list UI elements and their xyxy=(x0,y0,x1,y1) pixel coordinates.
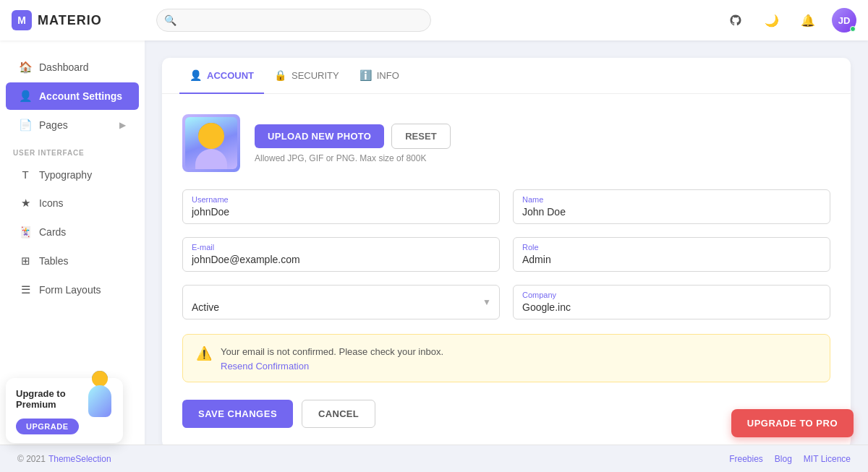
avatar-section: UPLOAD NEW PHOTO RESET Allowed JPG, GIF … xyxy=(182,114,830,172)
sidebar-item-label: Pages xyxy=(39,119,68,131)
sidebar-item-dashboard[interactable]: 🏠 Dashboard xyxy=(6,53,139,81)
freebies-link[interactable]: Freebies xyxy=(729,454,763,464)
warning-banner: ⚠️ Your email is not confirmed. Please c… xyxy=(182,334,830,382)
sidebar-item-account-settings[interactable]: 👤 Account Settings xyxy=(6,82,139,110)
account-settings-card: 👤 ACCOUNT 🔒 SECURITY ℹ️ INFO xyxy=(162,58,851,448)
upgrade-to-pro-button[interactable]: UPGRADE TO PRO xyxy=(731,409,854,437)
theme-selection-link[interactable]: ThemeSelection xyxy=(48,454,111,464)
sidebar-item-cards[interactable]: 🃏 Cards xyxy=(6,218,139,246)
sidebar-item-label: Typography xyxy=(39,169,92,181)
profile-avatar xyxy=(182,114,240,172)
brand-logo: M MATERIO xyxy=(12,10,156,30)
sidebar-item-form-layouts[interactable]: ☰ Form Layouts xyxy=(6,276,139,304)
search-container: 🔍 xyxy=(156,9,431,32)
theme-icon[interactable]: 🌙 xyxy=(760,8,784,33)
tab-account[interactable]: 👤 ACCOUNT xyxy=(179,58,264,94)
sidebar-item-tables[interactable]: ⊞ Tables xyxy=(6,247,139,275)
status-select[interactable]: Active Inactive Pending xyxy=(182,285,500,319)
main-content: 👤 ACCOUNT 🔒 SECURITY ℹ️ INFO xyxy=(145,40,868,472)
username-input[interactable] xyxy=(182,189,500,224)
save-changes-button[interactable]: SAVE CHANGES xyxy=(182,400,293,428)
avatar-body xyxy=(195,149,227,169)
username-field: Username xyxy=(182,189,500,224)
sidebar-item-label: Tables xyxy=(39,255,68,267)
card-icon: 🃏 xyxy=(19,226,32,239)
footer: © 2021 ThemeSelection Freebies Blog MIT … xyxy=(0,445,868,472)
online-indicator xyxy=(850,26,856,32)
role-input[interactable] xyxy=(513,237,830,272)
avatar-buttons: UPLOAD NEW PHOTO RESET xyxy=(255,124,451,149)
chevron-right-icon: ▶ xyxy=(119,120,126,130)
resend-confirmation-link[interactable]: Resend Confirmation xyxy=(221,361,443,372)
navbar-right: 🌙 🔔 JD xyxy=(723,8,856,33)
name-input[interactable] xyxy=(513,189,830,224)
sidebar-item-label: Icons xyxy=(39,197,63,209)
search-icon: 🔍 xyxy=(164,14,176,26)
tab-label: SECURITY xyxy=(292,70,339,81)
tab-label: INFO xyxy=(377,70,399,81)
upload-photo-button[interactable]: UPLOAD NEW PHOTO xyxy=(255,124,384,148)
status-select-wrapper: Active Inactive Pending ▼ xyxy=(182,285,500,319)
blog-link[interactable]: Blog xyxy=(775,454,792,464)
notification-icon[interactable]: 🔔 xyxy=(796,8,820,33)
email-input[interactable] xyxy=(182,237,500,272)
warning-content: Your email is not confirmed. Please chec… xyxy=(221,345,443,372)
warning-icon: ⚠️ xyxy=(196,346,212,361)
github-icon[interactable] xyxy=(723,8,748,33)
form-grid: Username Name E-mail Role xyxy=(182,189,830,319)
card-body: UPLOAD NEW PHOTO RESET Allowed JPG, GIF … xyxy=(162,94,851,448)
upgrade-figure xyxy=(85,371,117,417)
home-icon: 🏠 xyxy=(19,61,32,74)
footer-right: Freebies Blog MIT Licence xyxy=(729,454,851,464)
tab-bar: 👤 ACCOUNT 🔒 SECURITY ℹ️ INFO xyxy=(162,58,851,94)
table-icon: ⊞ xyxy=(19,254,32,267)
company-field: Company xyxy=(513,285,830,319)
typography-icon: T xyxy=(19,168,32,181)
role-field: Role xyxy=(513,237,830,272)
avatar-figure xyxy=(185,117,237,169)
copyright-text: © 2021 xyxy=(17,454,46,464)
company-input[interactable] xyxy=(513,285,830,319)
user-tab-icon: 👤 xyxy=(190,69,202,81)
lock-tab-icon: 🔒 xyxy=(274,69,286,81)
form-icon: ☰ xyxy=(19,283,32,296)
footer-left: © 2021 ThemeSelection xyxy=(17,454,111,464)
status-field: Status Active Inactive Pending ▼ xyxy=(182,285,500,319)
logo-icon: M xyxy=(12,10,32,30)
user-icon: 👤 xyxy=(19,90,32,103)
sidebar-item-label: Form Layouts xyxy=(39,284,101,296)
logo-text: MATERIO xyxy=(38,13,102,28)
info-tab-icon: ℹ️ xyxy=(359,69,372,81)
search-input[interactable] xyxy=(156,9,431,32)
sidebar-item-pages[interactable]: 📄 Pages ▶ xyxy=(6,111,139,139)
avatar-hint: Allowed JPG, GIF or PNG. Max size of 800… xyxy=(255,153,451,163)
sidebar-item-label: Cards xyxy=(39,226,66,238)
warning-message: Your email is not confirmed. Please chec… xyxy=(221,345,443,359)
navbar: M MATERIO 🔍 🌙 🔔 JD xyxy=(0,0,868,40)
mit-licence-link[interactable]: MIT Licence xyxy=(804,454,851,464)
cancel-button[interactable]: CANCEL xyxy=(302,400,375,428)
upgrade-card: Upgrade to Premium UPGRADE xyxy=(6,378,123,443)
avatar[interactable]: JD xyxy=(832,8,856,33)
star-icon: ★ xyxy=(19,197,32,210)
upgrade-button[interactable]: UPGRADE xyxy=(16,419,79,434)
reset-photo-button[interactable]: RESET xyxy=(391,124,450,149)
layout: 🏠 Dashboard 👤 Account Settings 📄 Pages ▶… xyxy=(0,40,868,472)
tab-security[interactable]: 🔒 SECURITY xyxy=(264,58,349,94)
figure-head xyxy=(92,371,108,387)
sidebar-item-label: Dashboard xyxy=(39,61,89,73)
name-field: Name xyxy=(513,189,830,224)
file-icon: 📄 xyxy=(19,119,32,132)
sidebar-item-icons[interactable]: ★ Icons xyxy=(6,189,139,217)
avatar-head xyxy=(198,123,224,149)
tab-info[interactable]: ℹ️ INFO xyxy=(349,58,409,94)
sidebar-section-label: USER INTERFACE xyxy=(0,140,145,160)
tab-label: ACCOUNT xyxy=(207,70,254,81)
sidebar-item-typography[interactable]: T Typography xyxy=(6,161,139,188)
sidebar-item-label: Account Settings xyxy=(39,90,122,102)
figure-body xyxy=(88,385,111,417)
email-field: E-mail xyxy=(182,237,500,272)
avatar-controls: UPLOAD NEW PHOTO RESET Allowed JPG, GIF … xyxy=(255,124,451,163)
